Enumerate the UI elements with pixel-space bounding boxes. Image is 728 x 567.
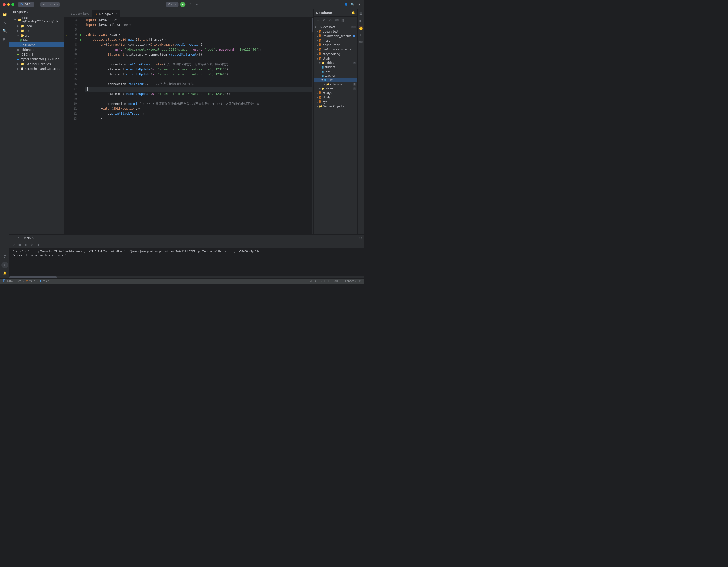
- db-item-online-order[interactable]: ▶ 🗄 onlineOrder: [314, 43, 357, 47]
- db-icon-ebean: 🗄: [319, 30, 322, 33]
- status-line-sep[interactable]: LF: [328, 279, 331, 282]
- db-add-btn[interactable]: +: [316, 18, 321, 23]
- terminal-tab-run[interactable]: Run: [11, 236, 22, 240]
- db-item-info-schema[interactable]: ▶ 🗄 information_schema: [314, 34, 357, 38]
- db-table-btn[interactable]: ▦: [340, 18, 346, 23]
- db-item-perf-schema[interactable]: ▶ 🗄 performance_schema: [314, 47, 357, 52]
- avatar-icon[interactable]: 🧑: [358, 25, 364, 30]
- database-icon[interactable]: 🗄: [1, 253, 8, 261]
- editor-scrollbar[interactable]: [312, 18, 313, 235]
- tree-label-main: Main: [23, 38, 30, 42]
- db-item-teach-table[interactable]: ▦ teach: [314, 69, 357, 74]
- db-notifications-icon[interactable]: 🔔: [351, 11, 355, 14]
- terminal-close-icon[interactable]: ✕: [32, 236, 34, 239]
- tree-item-scratches[interactable]: ▶ 📋 Scratches and Consoles: [9, 66, 64, 71]
- db-more-btn[interactable]: ⋯: [346, 18, 352, 23]
- tree-item-main[interactable]: ◎ Main: [9, 38, 64, 42]
- db-item-ebean[interactable]: ▶ 🗄 ebean_test: [314, 29, 357, 34]
- font-icon[interactable]: T: [358, 32, 364, 37]
- db-item-study2[interactable]: ▶ 🗄 study2: [314, 91, 357, 95]
- tab-main-java[interactable]: ☕ Main.java ✕: [92, 10, 120, 17]
- code-content[interactable]: import java.sql.*; import java.util.Scan…: [83, 18, 313, 235]
- account-icon[interactable]: 👤: [344, 3, 348, 6]
- terminal-icon[interactable]: ⌨: [358, 39, 364, 45]
- db-item-views[interactable]: ▶ 📁 views 2: [314, 86, 357, 91]
- terminal-tab-main[interactable]: Main ✕: [22, 236, 36, 240]
- db-item-tables[interactable]: ▼ 📁 tables 4: [314, 61, 357, 65]
- tab-student-java[interactable]: ☕ Student.java: [64, 10, 92, 17]
- more-actions[interactable]: ⋯: [194, 2, 198, 7]
- close-button[interactable]: [3, 3, 6, 6]
- more-tools-icon[interactable]: ⋯: [1, 43, 8, 50]
- tree-item-gitignore[interactable]: ● .gitignore: [9, 47, 64, 52]
- db-item-user-table[interactable]: ▼ ▦ user: [314, 78, 357, 82]
- status-indent[interactable]: 4 spaces: [344, 279, 356, 282]
- project-badge[interactable]: JD JDBC ▾: [18, 2, 34, 7]
- status-vim-icon[interactable]: 🇻: [309, 280, 312, 282]
- tab-close-icon[interactable]: ✕: [115, 12, 117, 15]
- status-method[interactable]: ⚙ main: [40, 279, 49, 282]
- titlebar-center: Main ▾ ▶ ⚙ ⋯: [166, 2, 198, 7]
- terminal-path-text: /Users/eve/Library/Java/JavaVirtualMachi…: [12, 250, 260, 253]
- minimize-button[interactable]: [7, 3, 10, 6]
- status-main-class[interactable]: ◎ Main: [26, 279, 35, 282]
- run-panel-icon[interactable]: ▶: [358, 18, 364, 23]
- tree-item-mysql-jar[interactable]: ◆ mysql-connector-j-8.2.0.jar: [9, 57, 64, 61]
- status-indent-icon[interactable]: ⊞: [314, 280, 316, 282]
- status-cursor[interactable]: 17:1: [319, 279, 325, 282]
- ai-icon[interactable]: ✦: [1, 262, 8, 268]
- code-editor[interactable]: ⚠ 34567 89101112 13141516 17 18192021222…: [64, 18, 313, 235]
- status-encoding[interactable]: UTF-8: [334, 279, 341, 282]
- git-icon[interactable]: ⌥: [1, 19, 8, 26]
- search-icon[interactable]: 🔍: [351, 3, 355, 6]
- status-git-icon[interactable]: ⇧: [359, 279, 361, 283]
- db-item-student-table[interactable]: ▦ student: [314, 65, 357, 69]
- scroll-end-btn[interactable]: ⬇: [36, 243, 41, 247]
- server-objects-folder-icon: 📁: [319, 105, 322, 108]
- terminal-scrollbar[interactable]: [9, 276, 364, 278]
- db-item-staybooking[interactable]: ▶ 🗄 staybooking: [314, 52, 357, 56]
- db-refresh-btn[interactable]: ↺: [322, 18, 327, 23]
- db-item-teacher-table[interactable]: ▦ teacher: [314, 74, 357, 78]
- run-button[interactable]: ▶: [180, 2, 185, 7]
- more-terminal-btn[interactable]: ⋯: [42, 243, 47, 247]
- run-debug-icon[interactable]: ▶: [1, 35, 8, 42]
- db-item-columns[interactable]: ▶ 📁 columns 2: [314, 82, 357, 86]
- branch-badge[interactable]: ⎇ master ▾: [40, 2, 60, 7]
- db-item-server-objects[interactable]: ▶ 📁 Server Objects: [314, 104, 357, 108]
- db-console-btn[interactable]: ⌨: [334, 18, 339, 23]
- db-icon-perf: 🗄: [319, 48, 322, 51]
- status-class-icon: ◎: [26, 280, 28, 282]
- settings-icon[interactable]: ⚙: [357, 3, 361, 6]
- tab-more-button[interactable]: ⋯: [306, 13, 313, 17]
- find-icon[interactable]: 🔍: [1, 27, 8, 34]
- rerun-btn[interactable]: ↺: [11, 243, 16, 247]
- db-sync-btn[interactable]: ⟳: [328, 18, 333, 23]
- db-item-mysql[interactable]: ▶ 🗄 mysql: [314, 38, 357, 43]
- db-item-sys[interactable]: ▶ 🗄 sys: [314, 100, 357, 104]
- tree-item-src[interactable]: ▼ 📂 src: [9, 33, 64, 38]
- notifications-icon[interactable]: 🔔: [1, 269, 8, 276]
- project-files-icon[interactable]: 📁: [1, 11, 8, 18]
- tree-item-external-libs[interactable]: ▶ 📁 External Libraries: [9, 61, 64, 66]
- status-src[interactable]: src: [17, 279, 21, 282]
- terminal-settings-btn[interactable]: ⚙: [24, 243, 28, 247]
- tree-item-jdbc-iml[interactable]: ◆ JDBC.iml: [9, 52, 64, 57]
- coverage-button[interactable]: ⚙: [187, 2, 193, 7]
- tree-item-jdbc-root[interactable]: ▼ 📂 JDBC ~/Desktop/CS/JavaEE/1 Ja...: [9, 16, 64, 23]
- terminal-settings-icon[interactable]: ⚙: [359, 236, 362, 240]
- bookmarks-icon[interactable]: ☰: [358, 11, 364, 16]
- soft-wrap-btn[interactable]: ↵: [30, 243, 35, 247]
- maximize-button[interactable]: [11, 3, 14, 6]
- tree-item-idea[interactable]: ▶ 📁 .idea: [9, 23, 64, 28]
- terminal-run-label: Run: [14, 236, 19, 240]
- tree-item-student[interactable]: ◎ Student: [9, 42, 64, 47]
- run-config-badge[interactable]: Main ▾: [166, 2, 178, 7]
- db-icon-info: 🗄: [319, 34, 322, 38]
- tree-item-out[interactable]: ▶ 📁 out: [9, 28, 64, 33]
- db-item-study[interactable]: ▼ 🗄 study: [314, 56, 357, 61]
- stop-terminal-btn[interactable]: ■: [18, 243, 22, 247]
- status-jdbc[interactable]: 🗄 JDBC: [3, 279, 13, 282]
- db-item-localhost[interactable]: ▼ ⚡ @localhost 10: [314, 25, 357, 29]
- db-item-study4[interactable]: ▶ 🗄 study4: [314, 95, 357, 100]
